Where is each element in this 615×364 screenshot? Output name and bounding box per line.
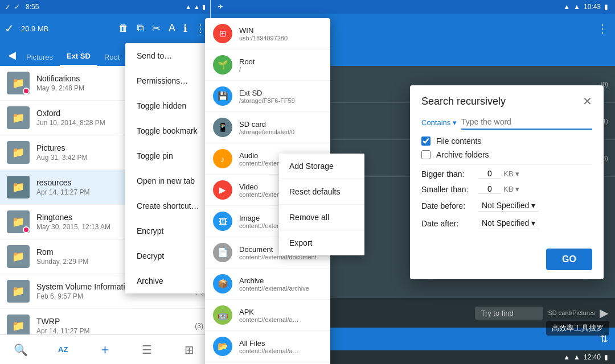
more-icon-2[interactable]: ⋮: [597, 22, 608, 35]
send-to-label: APK: [239, 308, 299, 316]
close-icon[interactable]: ✕: [583, 94, 592, 108]
file-contents-label: File contents: [436, 136, 481, 146]
export-item[interactable]: Export: [279, 230, 364, 255]
video-icon: ▶: [213, 180, 232, 200]
search-input[interactable]: [461, 115, 592, 130]
folder-icon: 📁: [7, 176, 30, 198]
smaller-than-unit: KB ▾: [503, 185, 519, 193]
dialog-title: Search recursively ✕: [410, 85, 604, 115]
archive-folders-checkbox[interactable]: [421, 150, 430, 159]
smaller-than-input[interactable]: [478, 184, 501, 194]
encrypt-menu-item[interactable]: Encrypt: [125, 218, 216, 243]
bigger-than-input[interactable]: [478, 169, 501, 179]
go-button[interactable]: GO: [546, 249, 592, 270]
archive-folders-label: Archive folders: [436, 150, 489, 159]
open-new-tab-menu-item[interactable]: Open in new tab: [125, 168, 216, 193]
send-to-archive[interactable]: 📦 Archive content://external/archive: [205, 268, 330, 300]
context-menu: Send to… Permissions… Toggle hidden Togg…: [125, 43, 216, 293]
search-dialog: Search recursively ✕ Contains ▾ File con…: [410, 85, 604, 279]
toggle-hidden-menu-item[interactable]: Toggle hidden: [125, 93, 216, 118]
wifi-icon-1: ▲: [185, 3, 191, 10]
toggle-bookmark-menu-item[interactable]: Toggle bookmark: [125, 118, 216, 143]
send-to-sub: /storage/F8F6-FF59: [239, 97, 295, 104]
bottom-nav-1: 🔍 AZ + ☰ ⊞: [0, 334, 210, 364]
smaller-than-label: Smaller than:: [421, 185, 478, 194]
toolbar-1: ✓ 20.9 MB 🗑 ⧉ ✂ A ℹ ⋮: [0, 14, 210, 43]
sort-az-button[interactable]: AZ: [42, 335, 84, 364]
send-to-label: WIN: [239, 26, 288, 35]
storage-popup: Add Storage Reset defaults Remove all Ex…: [279, 154, 364, 255]
permissions-menu-item[interactable]: Permissions…: [125, 68, 216, 93]
folder-icon: 📁: [7, 315, 30, 334]
bluetooth-icon: ✓: [14, 3, 20, 11]
breadcrumb-item-ext-sd[interactable]: Ext SD: [60, 47, 97, 66]
apk-icon: 🤖: [213, 305, 232, 325]
file-date: Feb 6, 9:57 PM: [36, 292, 195, 300]
watermark: 高效率工具搜罗: [546, 321, 609, 336]
reset-defaults-item[interactable]: Reset defaults: [279, 179, 364, 205]
info-icon[interactable]: ℹ: [183, 22, 187, 35]
remove-all-item[interactable]: Remove all: [279, 205, 364, 230]
decrypt-menu-item[interactable]: Decrypt: [125, 243, 216, 268]
extsd-icon: 💾: [213, 86, 232, 106]
archive-menu-item[interactable]: Archive: [125, 268, 216, 293]
search-box: Try to find: [475, 307, 543, 320]
send-to-extsd[interactable]: 💾 Ext SD /storage/F8F6-FF59: [205, 81, 330, 112]
date-after-value[interactable]: Not Specified ▾: [478, 217, 539, 229]
divider: [421, 164, 592, 164]
send-to-sub: content://external/archive: [239, 285, 309, 292]
cut-icon[interactable]: ✂: [152, 22, 161, 35]
bluetooth-icon-2: ✈: [218, 3, 223, 11]
root-icon: 🌱: [213, 55, 232, 75]
wifi-icon-3: ▲: [563, 353, 570, 361]
send-to-sub: content://external/a…: [239, 348, 299, 354]
send-to-label: Ext SD: [239, 89, 295, 97]
send-to-apk[interactable]: 🤖 APK content://external/a…: [205, 300, 330, 331]
back-icon[interactable]: ◀: [5, 44, 19, 66]
send-to-root[interactable]: 🌱 Root /: [205, 49, 330, 81]
status-time-1: 8:55: [26, 3, 39, 11]
more-icon[interactable]: ⋮: [195, 22, 206, 35]
signal-icon-1: ▲: [194, 3, 200, 10]
folder-icon: 📁: [7, 280, 30, 303]
battery-icon-3: ▮: [604, 353, 608, 361]
list-view-icon[interactable]: ☰: [126, 335, 168, 364]
add-button[interactable]: +: [84, 335, 126, 364]
battery-icon-1: ▮: [202, 3, 206, 11]
bigger-than-label: Bigger than:: [421, 169, 478, 179]
panel1: ✓ ✓ 8:55 ▲ ▲ ▮ ✓ 20.9 MB 🗑 ⧉ ✂ A ℹ ⋮ ◀ P…: [0, 0, 211, 364]
search-nav-icon[interactable]: 🔍: [0, 335, 42, 364]
grid-view-icon[interactable]: ⊞: [168, 335, 210, 364]
battery-icon-2: ▮: [604, 3, 608, 11]
file-contents-checkbox[interactable]: [421, 136, 430, 146]
bigger-than-unit: KB ▾: [503, 169, 519, 178]
breadcrumb-item-root[interactable]: Root: [97, 48, 126, 66]
status-bar-2: ✈ ▲ ▲ 10:43 ▮: [211, 0, 615, 14]
signal-icon-2: ▲: [573, 3, 580, 11]
send-to-sdcard[interactable]: 📱 SD card /storage/emulated/0: [205, 112, 330, 143]
create-shortcut-menu-item[interactable]: Create shortcut…: [125, 193, 216, 218]
toggle-pin-menu-item[interactable]: Toggle pin: [125, 143, 216, 168]
select-check-icon[interactable]: ✓: [5, 22, 14, 35]
send-to-label: SD card: [239, 120, 294, 129]
date-before-value[interactable]: Not Specified ▾: [478, 200, 539, 212]
send-to-sub: /storage/emulated/0: [239, 129, 294, 135]
toolbar-size: 20.9 MB: [21, 24, 48, 33]
send-to-label: Root: [239, 57, 255, 66]
check-icon: ✓: [5, 3, 11, 11]
text-icon[interactable]: A: [169, 22, 175, 35]
list-item[interactable]: 📁 TWRP Apr 14, 11:27 PM (3): [0, 309, 210, 334]
dialog-title-text: Search recursively: [421, 96, 506, 107]
send-to-label: Archive: [239, 276, 309, 285]
add-storage-item[interactable]: Add Storage: [279, 154, 364, 179]
copy-icon[interactable]: ⧉: [137, 22, 144, 35]
send-to-win[interactable]: ⊞ WIN usb:/1894097280: [205, 18, 330, 49]
send-to-allfiles[interactable]: 📂 All Files content://external/a…: [205, 331, 330, 362]
folder-icon: 📁: [7, 210, 30, 233]
send-to-menu-item[interactable]: Send to…: [125, 43, 216, 68]
image-icon: 🖼: [213, 212, 232, 231]
breadcrumb-item-pictures[interactable]: Pictures: [19, 48, 60, 66]
forward-icon[interactable]: ▶: [600, 306, 608, 320]
delete-icon[interactable]: 🗑: [118, 22, 129, 35]
file-count: (3): [195, 322, 203, 330]
